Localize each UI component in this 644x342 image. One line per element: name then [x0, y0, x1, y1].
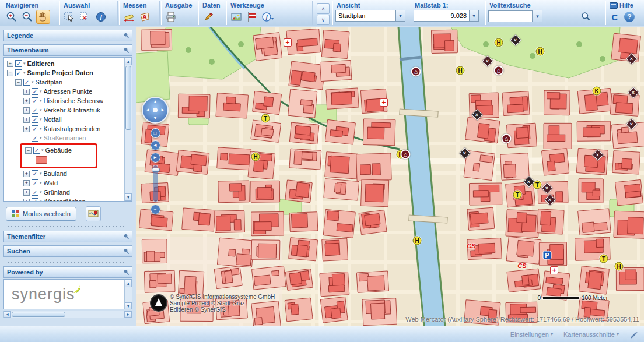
- expand-icon[interactable]: +: [23, 171, 30, 177]
- search-dropdown-button[interactable]: ▾: [533, 10, 542, 22]
- scrollbar-thumb[interactable]: [12, 312, 65, 317]
- panel-header-themenbaum[interactable]: Themenbaum: [3, 44, 132, 56]
- tree-item-historische-sehensw[interactable]: +✓▾Historische Sehensw: [4, 96, 124, 105]
- zoom-slider[interactable]: [153, 165, 158, 202]
- expand-icon[interactable]: +: [23, 117, 30, 123]
- collapse-icon[interactable]: −: [25, 147, 32, 154]
- expand-icon[interactable]: +: [7, 61, 13, 67]
- panel-header-legende[interactable]: Legende: [3, 30, 132, 41]
- tree-item-stadtplan[interactable]: −✓▾Stadtplan: [4, 77, 124, 87]
- layer-menu-icon[interactable]: ▾: [40, 117, 42, 122]
- switch-mode-button[interactable]: Modus wechseln: [6, 207, 76, 221]
- tree-item-wald[interactable]: +✓▾Wald: [4, 178, 124, 188]
- layer-checkbox[interactable]: ✓: [15, 60, 22, 67]
- help-button[interactable]: ?: [623, 10, 636, 24]
- next-extent-button[interactable]: ►: [150, 153, 160, 163]
- zoom-slider-handle[interactable]: [152, 168, 160, 172]
- toolbar-scroll-up-button[interactable]: ∧: [317, 3, 330, 14]
- scale-select[interactable]: 9.028 ▾: [414, 10, 479, 22]
- tree-item-bauland[interactable]: +✓▾Bauland: [4, 169, 124, 178]
- view-dropdown-button[interactable]: ▾: [396, 10, 405, 21]
- zoom-out-slider-button[interactable]: −: [150, 205, 160, 214]
- expand-icon[interactable]: +: [23, 89, 30, 95]
- settings-link[interactable]: Einstellungen ▾: [510, 331, 553, 338]
- layer-checkbox[interactable]: ✓: [32, 97, 38, 104]
- measure-area-button[interactable]: A: [138, 10, 152, 24]
- north-arrow[interactable]: [150, 294, 167, 312]
- toolbar-scroll-down-button[interactable]: ∨: [317, 15, 330, 25]
- layer-checkbox[interactable]: ✓: [32, 198, 38, 201]
- pin-icon[interactable]: [123, 47, 130, 54]
- zoom-in-button[interactable]: [5, 10, 19, 24]
- info-tool-button[interactable]: i: [261, 10, 275, 24]
- tree-item-adressen-punkte[interactable]: +✓▾Adressen Punkte: [4, 87, 124, 96]
- layer-menu-icon[interactable]: ▾: [32, 80, 34, 84]
- sidebar-hscrollbar[interactable]: ◂ ▸: [3, 311, 132, 318]
- panel-header-themenfilter[interactable]: Themenfilter: [3, 231, 132, 242]
- layer-menu-icon[interactable]: ▾: [40, 98, 42, 103]
- pan-west-icon[interactable]: ◄: [145, 108, 150, 112]
- scroll-down-icon[interactable]: ▾: [125, 193, 132, 201]
- select-button[interactable]: [62, 10, 76, 24]
- layer-menu-icon[interactable]: ▾: [23, 61, 26, 66]
- panel-header-powered-by[interactable]: Powered by: [3, 266, 132, 278]
- pan-north-icon[interactable]: ▲: [153, 100, 158, 104]
- tree-item-verkehr-infrastruk[interactable]: +✓▾Verkehr & Infrastruk: [4, 105, 124, 115]
- tree-item-grünland[interactable]: +✓▾Grünland: [4, 188, 124, 197]
- layer-checkbox[interactable]: ✓: [32, 88, 38, 95]
- tree-scrollbar[interactable]: ▴ ▾: [124, 58, 132, 201]
- scroll-right-icon[interactable]: ▸: [124, 311, 132, 318]
- layer-checkbox[interactable]: ✓: [23, 79, 30, 86]
- edit-data-button[interactable]: [201, 10, 215, 24]
- collapse-icon[interactable]: −: [7, 70, 13, 76]
- scroll-down-icon[interactable]: ▾: [125, 302, 132, 309]
- tree-item-gebäude[interactable]: −✓▾Gebäude: [23, 146, 94, 155]
- collapse-icon[interactable]: −: [15, 79, 22, 86]
- layer-menu-icon[interactable]: ▾: [40, 190, 42, 195]
- map-viewport[interactable]: THHHHHHKTTTH×××××××××××⌂⌂⌂⌂+++PCSCS ▲ ▼ …: [136, 27, 644, 326]
- expand-icon[interactable]: +: [23, 180, 30, 186]
- layer-checkbox[interactable]: ✓: [32, 179, 38, 186]
- layer-menu-icon[interactable]: ▾: [40, 89, 42, 94]
- panel-resize-handle[interactable]: [8, 261, 127, 263]
- expand-icon[interactable]: +: [23, 126, 30, 132]
- layer-checkbox[interactable]: ✓: [32, 135, 38, 142]
- print-button[interactable]: [164, 10, 178, 24]
- layer-menu-icon[interactable]: ▾: [40, 171, 42, 176]
- panel-header-suchen[interactable]: Suchen: [3, 245, 132, 257]
- identify-button[interactable]: i: [94, 10, 108, 24]
- layer-checkbox[interactable]: ✓: [32, 125, 38, 132]
- layer-menu-icon[interactable]: ▾: [40, 181, 42, 185]
- layer-menu-icon[interactable]: ▾: [23, 70, 26, 75]
- refresh-button[interactable]: C: [608, 10, 621, 24]
- scale-dropdown-button[interactable]: ▾: [469, 10, 478, 21]
- previous-extent-button[interactable]: ◄: [150, 140, 160, 150]
- layer-checkbox[interactable]: ✓: [15, 69, 22, 76]
- expand-icon[interactable]: +: [23, 107, 30, 114]
- compass-center[interactable]: [153, 108, 158, 112]
- tree-item-katastralgemeinden[interactable]: +✓▾Katastralgemeinden: [4, 124, 124, 133]
- layer-menu-icon[interactable]: ▾: [40, 126, 42, 131]
- pan-button[interactable]: [36, 10, 50, 24]
- edit-pencil-icon[interactable]: [629, 330, 638, 339]
- logo-scrollbar[interactable]: ▴ ▾: [124, 280, 132, 309]
- layer-menu-icon[interactable]: ▾: [40, 199, 42, 201]
- layer-checkbox[interactable]: ✓: [32, 107, 38, 114]
- layer-menu-icon[interactable]: ▾: [41, 148, 44, 153]
- fulltext-search-input[interactable]: [488, 10, 533, 22]
- scroll-up-icon[interactable]: ▴: [125, 280, 132, 287]
- image-tool-button[interactable]: [229, 10, 243, 24]
- scrollbar-thumb[interactable]: [125, 66, 131, 130]
- expand-icon[interactable]: +: [23, 189, 30, 196]
- tree-item-straßennamen[interactable]: ✓▾Straßennamen: [4, 133, 124, 143]
- search-button[interactable]: [579, 10, 592, 23]
- expand-icon[interactable]: +: [23, 199, 30, 202]
- tree-item-wasserflächen[interactable]: +✓▾Wasserflächen: [4, 197, 124, 201]
- layer-checkbox[interactable]: ✓: [32, 189, 38, 196]
- layer-menu-icon[interactable]: ▾: [40, 108, 42, 112]
- scroll-up-icon[interactable]: ▴: [125, 58, 132, 65]
- flag-tool-button[interactable]: [245, 10, 259, 24]
- measure-distance-button[interactable]: [122, 10, 136, 24]
- zoom-full-extent-button[interactable]: □: [150, 128, 160, 138]
- map-extents-link[interactable]: Kartenausschnitte ▾: [564, 331, 619, 338]
